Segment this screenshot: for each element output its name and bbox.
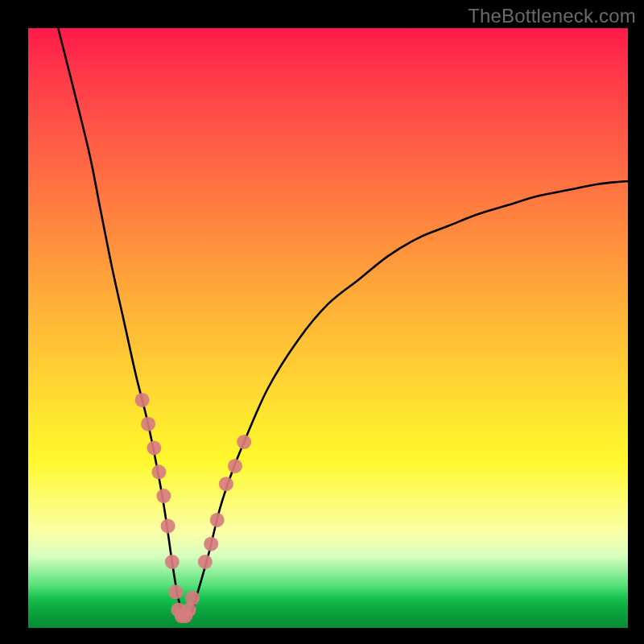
source-watermark: TheBottleneck.com (468, 5, 636, 27)
marker-point (237, 435, 251, 449)
marker-point (165, 555, 180, 569)
marker-point (141, 417, 155, 431)
marker-point (156, 489, 171, 503)
marker-point (210, 513, 225, 527)
marker-point (198, 555, 213, 569)
marker-point (135, 393, 150, 407)
plot-area (28, 28, 628, 628)
marker-point (228, 459, 242, 473)
marker-point (185, 591, 200, 605)
marker-point (219, 477, 233, 491)
marker-group (135, 393, 252, 623)
marker-point (161, 518, 175, 533)
chart-frame: TheBottleneck.com (0, 0, 644, 644)
marker-point (204, 537, 218, 551)
marker-point (147, 441, 161, 456)
marker-point (151, 464, 166, 479)
chart-svg (28, 28, 628, 628)
curve-path (58, 28, 628, 618)
marker-point (168, 584, 183, 599)
